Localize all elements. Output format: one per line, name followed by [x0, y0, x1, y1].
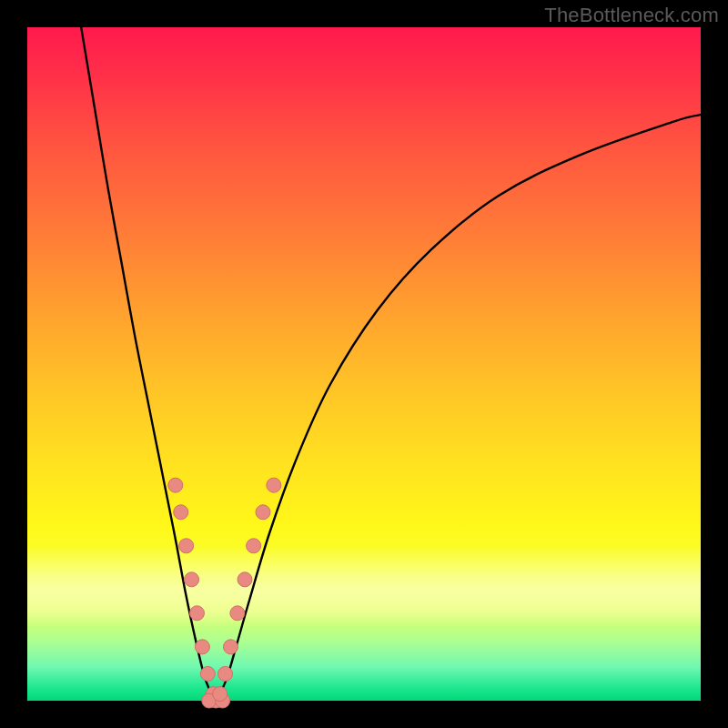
chart-stage: TheBottleneck.com — [0, 0, 728, 728]
watermark-text: TheBottleneck.com — [544, 4, 719, 27]
plot-area — [27, 27, 701, 701]
